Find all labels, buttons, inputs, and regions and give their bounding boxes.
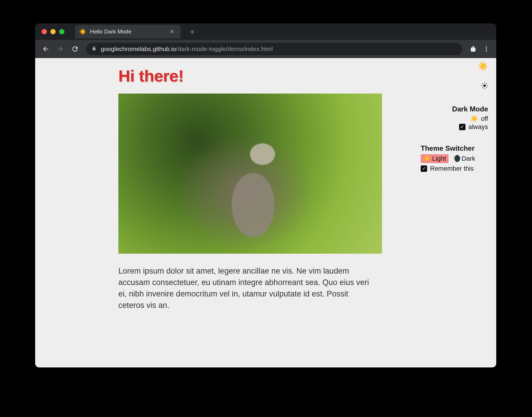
page-content: Hi there! Lorem ipsum dolor sit amet, le… [118,66,382,311]
dark-mode-title: Dark Mode [421,105,488,113]
theme-sun-toggle-icon[interactable]: ☀️ [478,62,488,70]
svg-line-9 [486,87,487,88]
svg-point-0 [486,46,487,48]
dark-mode-state-label: off [481,115,488,123]
browser-menu-button[interactable] [480,43,492,55]
theme-switcher-panel: Theme Switcher ☀️ Light 🌘 Dark ✓ Remembe… [421,144,488,172]
sun-icon: ☀️ [423,155,431,162]
back-button[interactable] [39,43,52,55]
reload-icon [71,45,79,53]
url-host: googlechromelabs.github.io [101,45,176,52]
svg-point-1 [486,48,487,50]
dark-mode-state-row: ☀️ off [421,115,488,123]
svg-line-8 [482,83,483,84]
new-tab-button[interactable]: ＋ [183,28,201,36]
address-bar[interactable]: googlechromelabs.github.io/dark-mode-tog… [86,43,462,55]
side-controls: ☀️ Dark Mode ☀️ off ✓ always Theme Switc… [421,62,488,172]
window-controls [42,29,64,34]
svg-point-2 [486,50,487,52]
svg-point-3 [483,84,486,87]
hero-image-cat [118,94,382,254]
window-zoom-button[interactable] [59,29,64,34]
theme-remember-row: ✓ Remember this [421,165,488,172]
sun-icon: ☀️ [470,115,478,123]
theme-remember-label: Remember this [430,165,474,172]
tab-close-button[interactable]: ✕ [168,28,176,35]
url-path: /dark-mode-toggle/demo/index.html [176,45,273,52]
browser-tab[interactable]: ☀️ Hello Dark Mode ✕ [75,25,180,38]
lock-icon [91,45,97,52]
browser-window: ☀️ Hello Dark Mode ✕ ＋ googlechromelabs.… [35,23,496,367]
dark-mode-always-checkbox[interactable]: ✓ [459,124,466,130]
tab-favicon-sun-icon: ☀️ [79,29,86,35]
dark-mode-always-row: ✓ always [421,123,488,131]
url-text: googlechromelabs.github.io/dark-mode-tog… [101,45,273,52]
window-minimize-button[interactable] [50,29,56,34]
arrow-right-icon [57,45,64,53]
theme-brightness-toggle-icon[interactable] [481,82,488,89]
kebab-menu-icon [483,45,490,52]
theme-remember-checkbox[interactable]: ✓ [421,165,427,172]
dark-mode-panel: Dark Mode ☀️ off ✓ always [421,105,488,131]
tab-title: Hello Dark Mode [90,28,164,35]
theme-switcher-options: ☀️ Light 🌘 Dark [421,154,488,163]
body-paragraph: Lorem ipsum dolor sit amet, legere ancil… [118,265,376,311]
window-close-button[interactable] [42,29,47,34]
theme-option-light[interactable]: ☀️ Light [421,154,449,163]
browser-toolbar: googlechromelabs.github.io/dark-mode-tog… [35,40,496,58]
theme-option-light-label: Light [432,155,446,162]
arrow-left-icon [42,45,50,53]
svg-line-11 [486,83,487,84]
tab-strip: ☀️ Hello Dark Mode ✕ ＋ [35,23,496,40]
theme-option-dark[interactable]: 🌘 Dark [450,154,478,163]
theme-option-dark-label: Dark [462,155,475,162]
reload-button[interactable] [69,43,81,55]
theme-switcher-title: Theme Switcher [421,144,488,152]
extensions-shopping-icon[interactable] [467,43,479,55]
moon-icon: 🌘 [453,155,461,162]
forward-button[interactable] [54,43,67,55]
svg-line-10 [482,87,483,88]
page-viewport: Hi there! Lorem ipsum dolor sit amet, le… [35,58,496,367]
dark-mode-always-label: always [468,123,488,131]
page-heading: Hi there! [118,66,382,85]
